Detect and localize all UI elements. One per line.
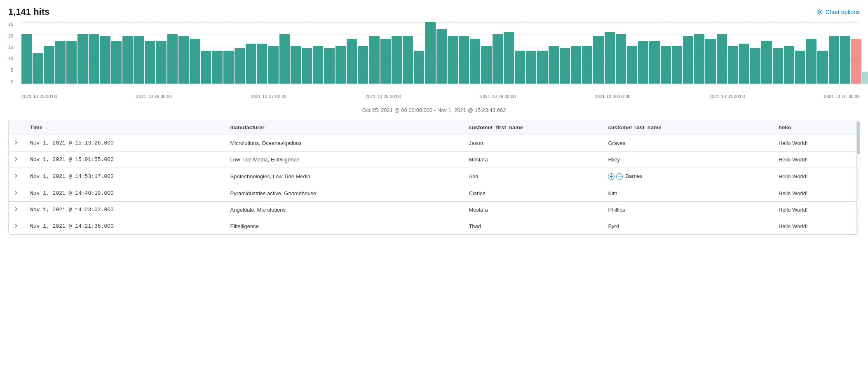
chart-bar[interactable] [493, 34, 503, 84]
chart-bar[interactable] [549, 46, 559, 84]
row-expand-button[interactable] [9, 168, 23, 185]
scrollbar-thumb[interactable] [857, 121, 860, 154]
chart-bar[interactable] [739, 44, 749, 84]
chart-bar[interactable] [268, 46, 278, 84]
chart-bar[interactable] [627, 46, 637, 84]
chart-bar[interactable] [392, 36, 402, 84]
chart-bar[interactable] [661, 46, 671, 84]
chart-bar[interactable] [560, 48, 570, 84]
chart-bar[interactable] [100, 36, 110, 84]
chart-bar[interactable] [223, 51, 234, 84]
row-expand-button[interactable] [9, 135, 23, 152]
filter-in-icon[interactable]: + [608, 173, 615, 180]
chart-bar[interactable] [817, 51, 828, 84]
chart-bar[interactable] [717, 34, 727, 84]
row-expand-button[interactable] [9, 152, 23, 168]
chart-bar[interactable] [313, 46, 323, 84]
table-row: Nov 1, 2021 @ 15:01:55.000Low Tide Media… [9, 152, 859, 168]
manufacturer-column-header[interactable]: manufacturer [224, 120, 462, 135]
chart-bar[interactable] [156, 41, 166, 84]
chart-bar[interactable] [212, 51, 222, 84]
chart-bar[interactable] [784, 46, 794, 84]
chart-bar[interactable] [347, 39, 357, 84]
chart-bar[interactable] [773, 48, 783, 84]
chart-bar[interactable] [178, 36, 189, 84]
chart-bar[interactable] [571, 46, 581, 84]
filter-out-icon[interactable]: − [616, 173, 623, 180]
row-expand-button[interactable] [9, 218, 23, 234]
chart-bar[interactable] [403, 36, 413, 84]
chart-bar[interactable] [504, 32, 514, 84]
chart-bar[interactable] [436, 29, 447, 84]
chart-bar[interactable] [515, 51, 525, 84]
row-expand-button[interactable] [9, 201, 23, 218]
chart-bar[interactable] [616, 34, 626, 84]
chart-bar[interactable] [829, 36, 839, 84]
chart-bar[interactable] [291, 46, 301, 84]
row-hello: Hello World! [772, 168, 859, 185]
chart-bar[interactable] [761, 41, 772, 84]
chart-bar[interactable] [806, 39, 816, 84]
chart-bar[interactable] [414, 51, 424, 84]
chart-bar[interactable] [33, 53, 43, 84]
chart-bar[interactable] [380, 39, 391, 84]
time-column-header[interactable]: Time ↓ [23, 120, 224, 135]
chart-bar[interactable] [795, 51, 805, 84]
hello-column-header[interactable]: hello [772, 120, 859, 135]
chart-bar[interactable] [448, 36, 458, 84]
chart-bar[interactable] [582, 46, 592, 84]
chart-bar[interactable] [470, 39, 480, 84]
chart-bar[interactable] [44, 46, 54, 84]
chart-bar[interactable] [77, 34, 88, 84]
chart-bar[interactable] [862, 72, 868, 84]
chart-bar[interactable] [235, 48, 245, 84]
chart-bar[interactable] [705, 39, 716, 84]
chart-bar[interactable] [593, 36, 603, 84]
chart-bar[interactable] [672, 46, 682, 84]
chart-bar[interactable] [279, 34, 290, 84]
chart-bar[interactable] [750, 48, 760, 84]
chart-bar[interactable] [111, 41, 122, 84]
customer-first-name-column-header[interactable]: customer_first_name [462, 120, 601, 135]
chart-bar[interactable] [167, 34, 178, 84]
chart-bar[interactable] [246, 44, 256, 84]
chart-bar[interactable] [145, 41, 155, 84]
histogram-chart: 25 20 15 10 5 0 2021-10-25 00:00 [8, 22, 860, 105]
chart-bar[interactable] [481, 46, 491, 84]
chart-bar[interactable] [459, 36, 469, 84]
chart-bar[interactable] [728, 46, 738, 84]
chart-bar[interactable] [840, 36, 850, 84]
chart-bar[interactable] [302, 48, 312, 84]
chart-bar[interactable] [358, 46, 368, 84]
chart-bar[interactable] [66, 41, 77, 84]
chart-bar[interactable] [21, 34, 32, 84]
chart-bar[interactable] [526, 51, 536, 84]
chart-bar[interactable] [425, 22, 435, 84]
row-customer-first-name: Clarice [462, 185, 601, 201]
chart-bar[interactable] [335, 46, 346, 84]
chart-bar[interactable] [134, 36, 144, 84]
row-expand-button[interactable] [9, 185, 23, 201]
chart-bar[interactable] [190, 39, 200, 84]
row-customer-last-name: + − Barnes [601, 168, 772, 185]
chart-bar[interactable] [369, 36, 379, 84]
time-range-label: Oct 25, 2021 @ 00:00:00.000 - Nov 1, 202… [8, 107, 860, 113]
chart-bar[interactable] [122, 36, 133, 84]
chart-bar[interactable] [55, 41, 66, 84]
chart-options-button[interactable]: Chart options [816, 9, 860, 15]
chart-bar[interactable] [257, 44, 267, 84]
chart-bar[interactable] [638, 41, 648, 84]
chart-bar[interactable] [649, 41, 659, 84]
chart-bar[interactable] [851, 39, 861, 84]
chart-bar[interactable] [537, 51, 547, 84]
chart-bar[interactable] [201, 51, 211, 84]
table-body: Nov 1, 2021 @ 15:13:26.000Microlutions, … [9, 135, 859, 234]
customer-last-name-column-header[interactable]: customer_last_name [601, 120, 772, 135]
scrollbar[interactable] [856, 120, 860, 235]
chart-bar[interactable] [324, 48, 334, 84]
chart-bar[interactable] [694, 34, 704, 84]
chart-bar[interactable] [683, 36, 693, 84]
chevron-right-icon [14, 190, 19, 195]
chart-bar[interactable] [89, 34, 99, 84]
chart-bar[interactable] [605, 32, 615, 84]
